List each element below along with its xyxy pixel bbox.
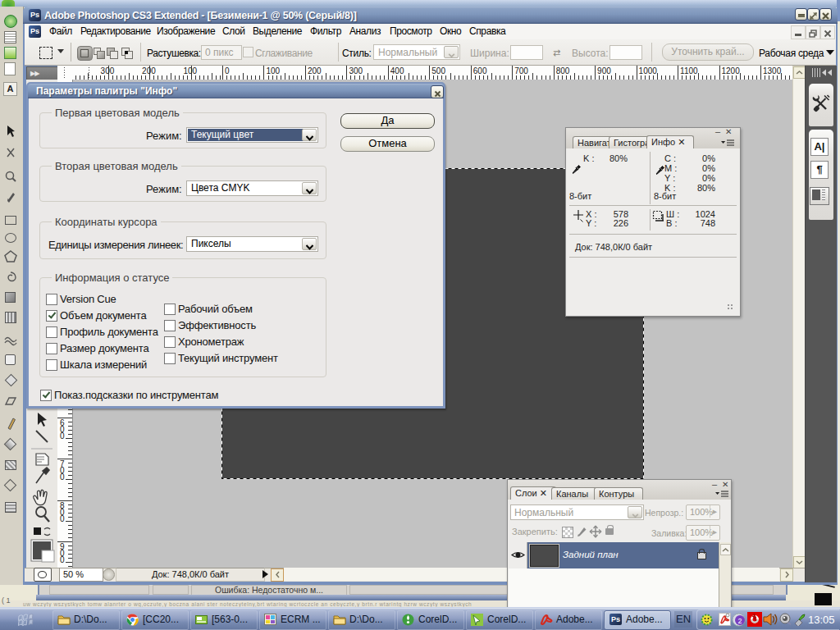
svg-text:2: 2 xyxy=(737,617,742,625)
